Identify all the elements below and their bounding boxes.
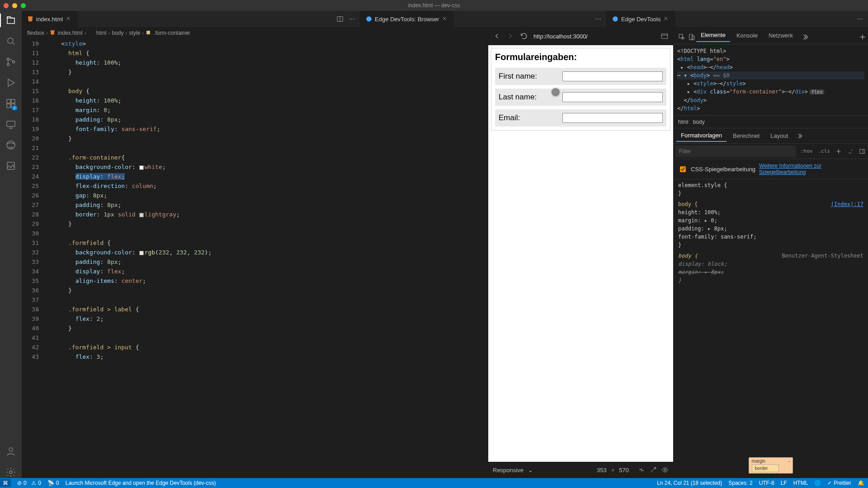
status-bell-icon[interactable]: 🔔 [858, 480, 864, 486]
tab-elements[interactable]: Elemente [696, 29, 730, 42]
search-icon[interactable] [5, 35, 17, 47]
remote-explorer-icon[interactable] [5, 118, 17, 130]
extensions-icon[interactable]: 2 [5, 98, 17, 109]
svg-rect-31 [860, 149, 865, 153]
breadcrumb-item[interactable]: index.html [58, 30, 83, 36]
formfield-first: First name: [495, 68, 666, 85]
cls-toggle[interactable]: .cls [816, 148, 833, 154]
status-launch[interactable]: Launch Microsoft Edge and open the Edge … [66, 480, 216, 486]
status-language[interactable]: HTML [793, 480, 808, 486]
chevron-down-icon[interactable]: ⌄ [528, 467, 533, 474]
url-field[interactable]: http://localhost:3000/ [533, 33, 655, 40]
crumb-html[interactable]: html [678, 119, 689, 125]
extensions-badge: 2 [11, 106, 18, 110]
account-icon[interactable] [5, 446, 17, 457]
first-name-label: First name: [499, 72, 562, 81]
browser-viewport[interactable]: Formulareingaben: First name: Last name:… [488, 45, 673, 462]
styles-pane[interactable]: element.style {} body { (Index):17 heigh… [674, 179, 868, 455]
status-prettier[interactable]: ✓ Prettier [827, 480, 851, 486]
more-icon[interactable] [856, 15, 863, 23]
breadcrumb-item[interactable]: flexbox [27, 30, 44, 36]
status-errors[interactable]: ⊘ 0 ⚠ 0 [17, 480, 41, 486]
tab-console[interactable]: Konsole [732, 29, 762, 42]
email-input[interactable] [562, 113, 663, 123]
tab-network[interactable]: Netzwerk [764, 29, 797, 42]
device-toggle-icon[interactable] [686, 32, 694, 40]
gallery-icon[interactable] [5, 160, 17, 172]
tab-editor-index[interactable]: index.html [22, 11, 78, 27]
breadcrumb-item[interactable]: body [112, 30, 123, 36]
element-style[interactable]: element.style { [678, 182, 727, 188]
last-name-input[interactable] [562, 92, 663, 102]
back-icon[interactable] [493, 32, 501, 40]
reload-icon[interactable] [520, 32, 528, 40]
plus-icon[interactable] [857, 32, 865, 40]
email-label: Email: [499, 113, 562, 122]
first-name-input[interactable] [562, 71, 663, 81]
svg-rect-6 [7, 104, 10, 108]
explorer-icon[interactable] [5, 14, 17, 26]
breadcrumb-item[interactable]: style [129, 30, 140, 36]
brush-icon[interactable] [844, 148, 856, 155]
inspect-icon[interactable] [676, 32, 684, 40]
minimize-window-icon[interactable] [12, 3, 17, 8]
magic-wand-icon[interactable] [650, 466, 657, 474]
titlebar: index.html — dev-css [0, 0, 868, 11]
status-encoding[interactable]: UTF-8 [759, 480, 774, 486]
screenshot-icon[interactable] [660, 32, 669, 40]
split-editor-icon[interactable] [336, 15, 344, 23]
run-debug-icon[interactable] [5, 77, 17, 89]
status-devtools-icon[interactable]: 🌐 [814, 480, 821, 486]
mirror-checkbox[interactable] [680, 166, 686, 172]
chevron-right-icon[interactable] [799, 32, 807, 40]
close-icon[interactable] [442, 16, 448, 22]
dom-crumbs[interactable]: html body [674, 116, 868, 128]
tab-styles[interactable]: Formatvorlagen [676, 130, 726, 142]
tab-browser[interactable]: Edge DevTools: Browser [360, 11, 454, 27]
viewport-width[interactable]: 353 [597, 467, 607, 474]
brace: } [678, 190, 681, 197]
styles-filter-input[interactable] [675, 145, 796, 157]
source-link[interactable]: (Index):17 [831, 200, 863, 208]
tab-devtools[interactable]: Edge DevTools [607, 11, 675, 27]
chevron-right-icon[interactable] [796, 133, 802, 139]
breadcrumb-item[interactable]: html [96, 30, 107, 36]
more-icon[interactable] [348, 15, 355, 23]
mirror-link[interactable]: Weitere Informationen zur Spiegelbearbei… [759, 163, 863, 175]
eye-icon[interactable] [661, 466, 669, 474]
status-eol[interactable]: LF [781, 480, 787, 486]
tab-layout[interactable]: Layout [766, 130, 793, 141]
window-controls[interactable] [4, 3, 26, 8]
zoom-window-icon[interactable] [21, 3, 26, 8]
status-ports[interactable]: 📡 0 [47, 480, 59, 486]
dom-tree[interactable]: <!DOCTYPE html> <html lang="en"> ▸ <head… [674, 44, 868, 116]
device-mode[interactable]: Responsive [493, 467, 524, 474]
hov-toggle[interactable]: :hov [798, 148, 816, 154]
source-control-icon[interactable] [5, 56, 17, 68]
status-cursor[interactable]: Ln 24, Col 21 (18 selected) [657, 480, 722, 486]
box-model[interactable]: margin- border- [674, 455, 868, 478]
viewport-height[interactable]: 570 [619, 467, 629, 474]
close-icon[interactable] [663, 16, 670, 22]
close-icon[interactable] [66, 16, 72, 22]
rotate-icon[interactable] [638, 466, 645, 474]
panel-icon[interactable] [856, 148, 868, 155]
touch-cursor-icon [552, 88, 560, 96]
plus-icon[interactable] [833, 148, 844, 155]
status-spaces[interactable]: Spaces: 2 [728, 480, 752, 486]
forward-icon[interactable] [506, 32, 514, 40]
code-editor[interactable]: 1011121314151617181920212223242526272829… [22, 39, 488, 478]
close-window-icon[interactable] [4, 3, 9, 8]
breadcrumb-item[interactable]: .form-container [154, 30, 190, 36]
tab-computed[interactable]: Berechnet [728, 130, 764, 141]
remote-indicator[interactable]: ⌘ [0, 479, 11, 487]
more-icon[interactable] [594, 15, 602, 23]
edge-icon[interactable] [5, 139, 17, 151]
mirror-label: CSS-Spiegelbearbeitung [691, 166, 755, 173]
svg-point-1 [7, 58, 9, 61]
breadcrumb[interactable]: flexbox› index.html› html› body› style› … [22, 27, 488, 39]
rule-body[interactable]: body { [678, 201, 698, 207]
crumb-body[interactable]: body [693, 119, 705, 125]
device-toolbar[interactable]: Responsive ⌄ 353 × 570 [488, 462, 673, 478]
gear-icon[interactable] [5, 466, 17, 478]
